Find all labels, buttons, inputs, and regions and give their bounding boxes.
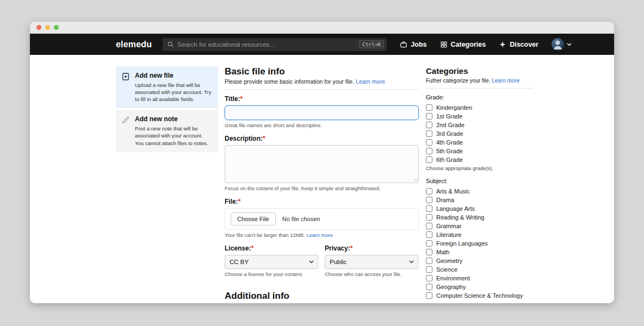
required-asterisk: * bbox=[238, 198, 241, 205]
card-title: Add new note bbox=[135, 115, 213, 123]
required-asterisk: * bbox=[263, 135, 265, 142]
subject-checkbox[interactable] bbox=[426, 275, 432, 281]
license-select-value: CC BY bbox=[230, 259, 249, 265]
privacy-select-value: Public bbox=[330, 259, 346, 265]
learn-more-link[interactable]: Learn more bbox=[492, 78, 519, 84]
nav-item-jobs[interactable]: Jobs bbox=[400, 41, 426, 48]
grade-checkbox[interactable] bbox=[426, 113, 432, 120]
close-window-button[interactable] bbox=[36, 25, 41, 30]
window-chrome bbox=[30, 22, 614, 34]
required-asterisk: * bbox=[251, 244, 254, 252]
grade-checkbox[interactable] bbox=[426, 156, 432, 163]
search-input[interactable] bbox=[177, 41, 356, 48]
grade-group-label: Grade: bbox=[426, 94, 532, 101]
divider bbox=[426, 88, 532, 89]
subject-checkbox[interactable] bbox=[426, 231, 432, 238]
subject-checkbox[interactable] bbox=[426, 249, 432, 255]
grade-checkbox[interactable] bbox=[426, 104, 432, 111]
categories-title: Categories bbox=[426, 66, 532, 76]
file-status-text: No file chosen bbox=[282, 216, 320, 222]
subject-checkbox-row[interactable]: Math bbox=[426, 249, 532, 255]
search-icon bbox=[167, 41, 174, 48]
minimize-window-button[interactable] bbox=[45, 25, 50, 30]
section-title-additional: Additional info bbox=[225, 291, 419, 301]
description-textarea[interactable] bbox=[225, 145, 419, 183]
grid-icon bbox=[440, 41, 448, 48]
grade-checkbox-row[interactable]: 5th Grade bbox=[426, 148, 532, 154]
subject-checkbox[interactable] bbox=[426, 240, 432, 247]
grade-checkbox-row[interactable]: 3rd Grade bbox=[426, 130, 532, 137]
top-navbar: elemedu Ctrl+K Jobs Categories bbox=[30, 34, 614, 55]
subject-checkbox[interactable] bbox=[426, 266, 432, 273]
basic-file-info-form: Basic file info Please provide some basi… bbox=[225, 66, 419, 303]
section-title-basic: Basic file info bbox=[225, 66, 419, 77]
subject-checkbox[interactable] bbox=[426, 214, 432, 221]
subject-checkbox[interactable] bbox=[426, 258, 432, 264]
file-plus-icon bbox=[121, 72, 130, 103]
subject-checkbox-row[interactable]: Drama bbox=[426, 197, 532, 203]
subject-checkbox[interactable] bbox=[426, 284, 432, 290]
grade-checkbox[interactable] bbox=[426, 148, 432, 154]
grade-checkbox-row[interactable]: Kindergarden bbox=[426, 104, 532, 111]
subject-checkbox-row[interactable]: Arts & Music bbox=[426, 188, 532, 195]
file-help-text: Your file can't be larger than 12MB. Lea… bbox=[225, 232, 419, 239]
subject-checkbox-row[interactable]: Grammar bbox=[426, 223, 532, 229]
avatar bbox=[552, 38, 564, 51]
learn-more-link[interactable]: Learn more bbox=[356, 78, 385, 85]
sidebar-card-add-new-file[interactable]: Add new file Upload a new file that will… bbox=[116, 66, 218, 108]
learn-more-link[interactable]: Learn more bbox=[374, 303, 404, 303]
section-subtitle-additional: Additional info about your file that wil… bbox=[225, 303, 419, 303]
grade-checkbox-row[interactable]: 6th Grade bbox=[426, 156, 532, 163]
license-select[interactable]: CC BY bbox=[225, 255, 318, 269]
required-asterisk: * bbox=[240, 95, 243, 103]
mode-sidebar: Add new file Upload a new file that will… bbox=[116, 66, 218, 152]
subject-checkbox-row[interactable]: Computer Science & Technology bbox=[426, 292, 532, 299]
description-help-text: Focus on the content of your file. Keep … bbox=[225, 185, 419, 192]
title-field-label: Title:* bbox=[225, 95, 419, 103]
page-content: Add new file Upload a new file that will… bbox=[30, 55, 614, 303]
privacy-select[interactable]: Public bbox=[325, 255, 418, 269]
categories-subtitle: Futher categorize your file. Learn more bbox=[426, 78, 532, 84]
grade-checkbox[interactable] bbox=[426, 139, 432, 146]
title-input[interactable] bbox=[225, 105, 419, 120]
sidebar-card-add-new-note[interactable]: Add new note Post a new note that will b… bbox=[116, 110, 218, 152]
subject-checkbox-row[interactable]: Language Arts bbox=[426, 205, 532, 212]
nav-links: Jobs Categories Discover bbox=[400, 41, 538, 48]
subject-checkbox-row[interactable]: Literature bbox=[426, 231, 532, 238]
nav-item-label: Discover bbox=[510, 41, 538, 48]
section-subtitle-basic: Please provide some basic information fo… bbox=[225, 78, 419, 85]
subject-checkbox[interactable] bbox=[426, 292, 432, 299]
subject-checkbox[interactable] bbox=[426, 205, 432, 212]
description-field-label: Description:* bbox=[225, 135, 419, 142]
zoom-window-button[interactable] bbox=[54, 25, 59, 30]
file-upload-box: Choose File No file chosen bbox=[225, 208, 419, 230]
nav-item-label: Jobs bbox=[411, 41, 426, 48]
grade-checkbox-row[interactable]: 4th Grade bbox=[426, 139, 532, 146]
brand-logo[interactable]: elemedu bbox=[116, 40, 152, 49]
subject-checkbox[interactable] bbox=[426, 197, 432, 203]
subject-checkbox[interactable] bbox=[426, 223, 432, 229]
grade-checkbox[interactable] bbox=[426, 130, 432, 137]
required-asterisk: * bbox=[350, 244, 353, 252]
nav-item-categories[interactable]: Categories bbox=[440, 41, 486, 48]
sparkle-icon bbox=[499, 41, 506, 48]
nav-item-discover[interactable]: Discover bbox=[499, 41, 538, 48]
subject-checkbox-row[interactable]: Geometry bbox=[426, 258, 532, 264]
grade-checkbox[interactable] bbox=[426, 122, 432, 128]
subject-checkbox-row[interactable]: Science bbox=[426, 266, 532, 273]
grade-checkbox-row[interactable]: 1st Grade bbox=[426, 113, 532, 120]
learn-more-link[interactable]: Learn more bbox=[306, 232, 333, 238]
subject-checkbox-row[interactable]: Geography bbox=[426, 284, 532, 290]
grade-checkbox-row[interactable]: 2nd Grade bbox=[426, 122, 532, 128]
briefcase-icon bbox=[400, 41, 407, 48]
chevron-down-icon bbox=[409, 260, 414, 264]
subject-checkbox-row[interactable]: Environment bbox=[426, 275, 532, 281]
subject-checkbox[interactable] bbox=[426, 188, 432, 195]
subject-checkbox-row[interactable]: Reading & Writing bbox=[426, 214, 532, 221]
card-title: Add new file bbox=[135, 72, 213, 79]
subject-checkbox-row[interactable]: Foreign Languages bbox=[426, 240, 532, 247]
chevron-down-icon bbox=[309, 260, 314, 264]
search-bar[interactable]: Ctrl+K bbox=[163, 38, 387, 51]
account-menu[interactable] bbox=[552, 38, 572, 51]
choose-file-button[interactable]: Choose File bbox=[231, 212, 276, 225]
